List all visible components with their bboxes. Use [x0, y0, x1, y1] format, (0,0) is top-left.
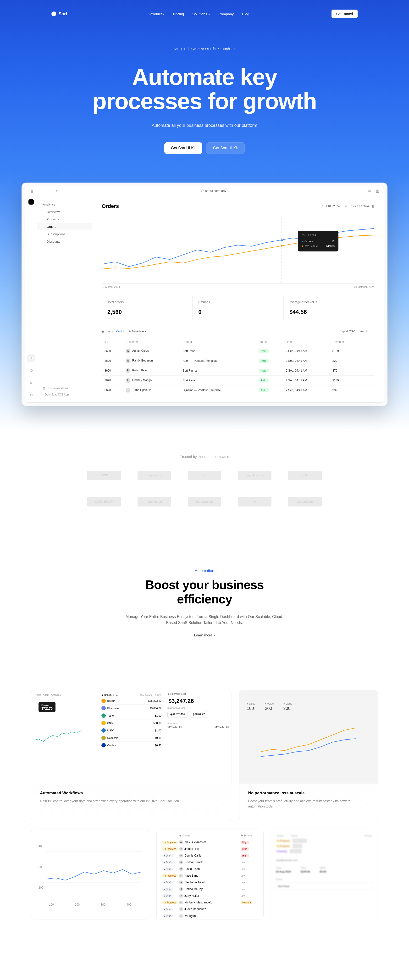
task-row[interactable]: In Progress KKatie Sims Low — [161, 872, 259, 879]
chevron-down-icon: ⌄ — [208, 13, 210, 15]
metrics-row: Total orders 2,560 Refunds 0 Average ord… — [102, 296, 374, 320]
row-menu-icon[interactable]: ⋮ — [360, 385, 374, 395]
shield-icon[interactable]: ◇ — [27, 366, 35, 374]
date-range-picker[interactable]: 10 / 10 / 2024 To 19 / 11 / 2024 ▦ — [321, 204, 374, 209]
forward-icon[interactable]: → — [47, 189, 51, 193]
row-menu-icon[interactable]: ⋮ — [360, 346, 374, 356]
partner-logo: LOGO — [87, 471, 121, 480]
status-badge: Paid — [259, 369, 269, 372]
col-status[interactable]: Status — [256, 338, 283, 346]
logo[interactable]: Sort — [51, 11, 67, 16]
refresh-icon[interactable]: ⟳ — [56, 189, 60, 193]
logo-text: Sort — [59, 11, 67, 16]
task-row[interactable]: ● Draft DDavid Elson Low — [161, 865, 259, 872]
more-filters[interactable]: ⊕ More filters — [129, 330, 146, 333]
row-menu-icon[interactable]: ⋮ — [360, 356, 374, 366]
col-product[interactable]: Product — [180, 338, 256, 346]
task-list-card: ◉Owner ⚑Priority In Progress AAlex Buckm… — [156, 829, 264, 920]
sidebar-products[interactable]: Products — [37, 216, 92, 223]
task-row[interactable]: ● Draft JJudith Rodriguez — [161, 906, 259, 913]
task-row[interactable]: ● Draft CCorina McCoy Low — [161, 886, 259, 892]
search-button[interactable]: Search — [358, 330, 368, 333]
partner-logo: logo ⊕ ipsum — [238, 471, 272, 480]
small-chart-card: 400 300 200 100 200 300 400 — [31, 829, 149, 920]
sidebar-discounts[interactable]: Discounts — [37, 238, 92, 245]
nav-solutions[interactable]: Solutions⌄ — [192, 12, 210, 16]
feature-card-performance: ● value100 ● Value200 ● Value300 No perf… — [239, 690, 378, 821]
get-started-button[interactable]: Get started — [331, 10, 358, 18]
task-row[interactable]: ● Draft DDennis Callis High — [161, 852, 259, 859]
table-row[interactable]: 8690 AAdrian Curtis Sort Pass Paid 2 Sep… — [102, 346, 374, 356]
order-detail-card: StatusOwnerPriority In Progress In Progr… — [271, 829, 378, 920]
nav-pricing[interactable]: Pricing — [173, 12, 184, 16]
task-row[interactable]: In Progress JJames Hall High — [161, 846, 259, 852]
copy-icon[interactable]: ⧉ — [368, 189, 371, 193]
task-row[interactable]: In Progress KKimberly Mastrangelo Medium — [161, 899, 259, 906]
feature-desc: Boost your team's productivity and achie… — [248, 799, 369, 809]
sidebar-overview[interactable]: Overview — [37, 208, 92, 216]
table-row[interactable]: 8690 RRandy Bothman Anon — Personal Temp… — [102, 356, 374, 366]
svg-point-2 — [280, 245, 283, 247]
promo-banner[interactable]: Sort 1.1 Get 30% OFF for 6 months › — [0, 47, 409, 51]
url-bar[interactable]: ⚇ sortui.company — [64, 189, 364, 192]
task-row[interactable]: ● Draft IIva Ryan — [161, 913, 259, 919]
col-date[interactable]: Date — [283, 338, 329, 346]
cta-secondary-button[interactable]: Get Sort UI Kit — [206, 142, 245, 154]
dashboard-main: Orders 10 / 10 / 2024 To 19 / 11 / 2024 … — [92, 196, 384, 402]
task-row[interactable]: ● Draft SStephanie Nicol Low — [161, 879, 259, 886]
orders-chart: 03 Jul, 2024 Orders 12 Avg. value $49.06 — [102, 216, 374, 283]
search-icon[interactable]: ⌕ — [27, 209, 35, 217]
banner-version: Sort 1.1 — [173, 47, 185, 51]
settings-icon[interactable]: ⚙ — [27, 391, 35, 399]
nav-company[interactable]: Company — [218, 12, 234, 16]
main-nav: Sort Product⌄ Pricing Solutions⌄ Company… — [37, 10, 372, 18]
automation-title: Boost your business efficiency — [0, 578, 409, 606]
row-menu-icon[interactable]: ⋮ — [360, 375, 374, 385]
dashboard-rail: ⌕ ⫾⫾ ◇ ○ ⚙ — [25, 196, 37, 402]
avatar: I — [179, 914, 183, 918]
avatar: P — [126, 368, 130, 373]
task-row[interactable]: In Progress AAlex Buckmaster High — [161, 839, 259, 846]
feature-image: Home About Analytics Bitcoin $72170 ◉ Bi… — [31, 690, 232, 784]
row-menu-icon[interactable]: ⋮ — [360, 366, 374, 375]
feature-grid-2: 400 300 200 100 200 300 400 ◉Owner ⚑Prio… — [22, 829, 387, 920]
col-id[interactable]: # ⌄ — [102, 338, 123, 346]
nav-blog[interactable]: Blog — [242, 12, 249, 16]
table-row[interactable]: 8690 LLindsey Mango Sort Pass Paid 2 Sep… — [102, 375, 374, 385]
avatar: L — [126, 378, 130, 383]
sidebar-docs[interactable]: ▤ Documentations — [43, 385, 86, 391]
export-csv[interactable]: + Export CSV — [337, 330, 355, 333]
sidebar-toggle-icon[interactable]: ▤ — [30, 189, 34, 193]
hero-ctas: Get Sort UI Kit Get Sort UI Kit — [0, 142, 409, 154]
table-row[interactable]: 8690 PPaityn Bator Sort Figma Paid 2 Sep… — [102, 366, 374, 375]
nav-product[interactable]: Product⌄ — [150, 12, 165, 16]
col-revenue[interactable]: Revenue — [329, 338, 360, 346]
task-row[interactable]: ● Draft JJerry Helfer Low — [161, 892, 259, 899]
chat-icon[interactable]: ○ — [27, 379, 35, 387]
analytics-icon[interactable]: ⫾⫾ — [27, 354, 35, 362]
app-logo-icon[interactable] — [29, 199, 34, 205]
trusted-title: Trusted by thousands of teams — [0, 455, 409, 459]
back-icon[interactable]: ← — [38, 189, 42, 193]
feature-title: Automated Workflows — [40, 791, 223, 795]
status-badge: Paid — [259, 349, 269, 353]
avatar: D — [179, 854, 183, 858]
cta-primary-button[interactable]: Get Sort UI Kit — [164, 142, 202, 154]
partner-logo: Logoipsum — [288, 497, 322, 506]
lock-icon: ⚇ — [201, 189, 204, 192]
panel-icon[interactable]: ▥ — [375, 189, 379, 193]
chevron-right-icon: › — [234, 47, 236, 51]
sidebar-analytics[interactable]: Analytics ⌄ — [37, 201, 92, 208]
learn-more-link[interactable]: Learn more › — [194, 633, 215, 637]
status-filter[interactable]: ◉ Status: Paid ⌄ — [102, 330, 125, 333]
col-customer[interactable]: Customer — [123, 338, 180, 346]
sidebar-orders[interactable]: Orders — [37, 223, 92, 231]
chevron-down-icon: ⌄ — [56, 204, 58, 206]
metric-total-orders: Total orders 2,560 — [102, 296, 193, 320]
sidebar-subscriptions[interactable]: Subscriptions — [37, 231, 92, 238]
flag-icon: ⚑ — [241, 834, 243, 837]
table-menu-icon[interactable]: ⋮ — [371, 330, 374, 333]
sidebar-download[interactable]: Download iOS App — [43, 391, 86, 398]
table-row[interactable]: 8690 TTiana Lipshutz Dynamo — Portfolio … — [102, 385, 374, 395]
task-row[interactable]: ● Draft RRodger Struck Low — [161, 859, 259, 865]
